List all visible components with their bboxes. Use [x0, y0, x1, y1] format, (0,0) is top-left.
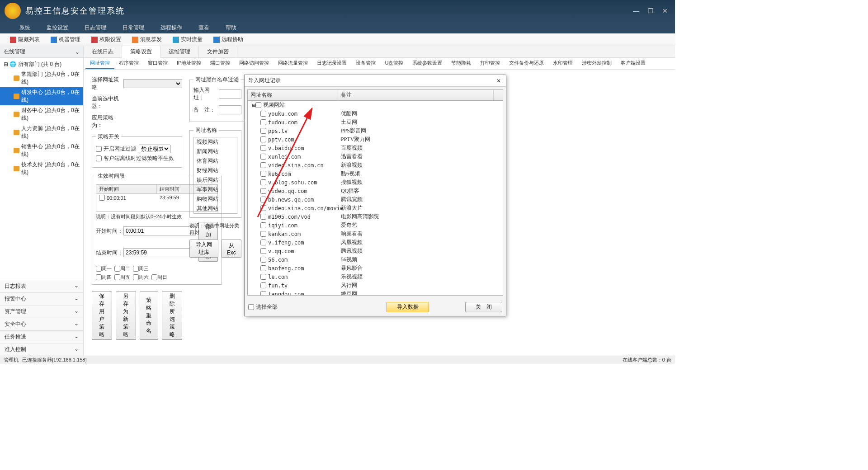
row-checkbox[interactable] — [260, 179, 266, 185]
category-item[interactable]: 新闻网站 — [194, 147, 237, 156]
category-item[interactable]: 体育网站 — [194, 156, 237, 166]
row-checkbox[interactable] — [260, 197, 266, 202]
delete-policy-button[interactable]: 删除所选策略 — [162, 291, 182, 340]
row-checkbox[interactable] — [260, 291, 266, 295]
subtab-程序管控[interactable]: 程序管控 — [114, 58, 143, 69]
row-checkbox[interactable] — [260, 282, 266, 288]
sidebar-nav-日志报表[interactable]: 日志报表⌄ — [0, 280, 83, 292]
grid-row[interactable]: fun.tv风行网 — [248, 281, 503, 290]
subtab-端口管控[interactable]: 端口管控 — [206, 58, 235, 69]
grid-row[interactable]: v.ifeng.com凤凰视频 — [248, 238, 503, 247]
menu-远程操作[interactable]: 远程操作 — [152, 24, 190, 32]
tab-策略设置[interactable]: 策略设置 — [122, 46, 160, 58]
grid-row[interactable]: iqiyi.com爱奇艺 — [248, 221, 503, 230]
rename-policy-button[interactable]: 策略重命名 — [140, 291, 158, 340]
tool-权限设置[interactable]: 权限设置 — [86, 36, 127, 43]
grid-row[interactable]: v.blog.sohu.com搜狐视频 — [248, 178, 503, 187]
menu-日志管理[interactable]: 日志管理 — [76, 24, 114, 32]
row-checkbox[interactable] — [255, 102, 261, 108]
from-excel-button[interactable]: 从Exc — [221, 240, 241, 258]
row-checkbox[interactable] — [260, 222, 266, 228]
category-item[interactable]: 财经网站 — [194, 166, 237, 175]
row-checkbox[interactable] — [260, 240, 266, 245]
grid-row[interactable]: bb.news.qq.com腾讯宽频 — [248, 195, 503, 204]
subtab-日志记录设置[interactable]: 日志记录设置 — [312, 58, 351, 69]
grid-row[interactable]: video.qq.comQQ播客 — [248, 187, 503, 195]
category-item[interactable]: 娱乐网站 — [194, 175, 237, 185]
grid-row[interactable]: pptv.comPPTV聚力网 — [248, 135, 503, 144]
subtab-网络流量管控[interactable]: 网络流量管控 — [274, 58, 312, 69]
minimize-button[interactable]: — — [631, 5, 642, 16]
grid-body[interactable]: ⊟ 视频网站youku.com优酷网tudou.com土豆网pps.tvPPS影… — [248, 101, 503, 295]
grid-row[interactable]: tangdou.com糖豆网 — [248, 290, 503, 295]
grid-row[interactable]: kankan.com响巢看看 — [248, 230, 503, 238]
subtab-涉密外发控制[interactable]: 涉密外发控制 — [577, 58, 616, 69]
grid-row[interactable]: 56.com56视频 — [248, 255, 503, 264]
row-checkbox[interactable] — [260, 162, 266, 168]
subtab-窗口管控[interactable]: 窗口管控 — [143, 58, 172, 69]
menu-帮助[interactable]: 帮助 — [217, 24, 245, 32]
grid-row[interactable]: baofeng.com暴风影音 — [248, 264, 503, 273]
grid-parent-row[interactable]: ⊟ 视频网站 — [248, 101, 503, 109]
row-checkbox[interactable] — [260, 119, 266, 125]
category-item[interactable]: 其他网站 — [194, 204, 237, 213]
grid-col-name[interactable]: 网址名称 — [248, 90, 338, 100]
save-policy-button[interactable]: 保存用户策略 — [92, 291, 112, 340]
grid-row[interactable]: tudou.com土豆网 — [248, 118, 503, 127]
sidebar-header[interactable]: 在线管理 ⌄ — [0, 46, 83, 58]
grid-row[interactable]: v.baidu.com百度视频 — [248, 144, 503, 152]
row-checkbox[interactable] — [260, 214, 266, 220]
subtab-打印管控[interactable]: 打印管控 — [476, 58, 505, 69]
subtab-U盘管控[interactable]: U盘管控 — [380, 58, 408, 69]
subtab-系统参数设置[interactable]: 系统参数设置 — [408, 58, 447, 69]
grid-row[interactable]: video.sina.com.cn新浪视频 — [248, 161, 503, 169]
remark-input[interactable] — [219, 105, 241, 114]
subtab-网络访问管控[interactable]: 网络访问管控 — [235, 58, 274, 69]
tool-隐藏列表[interactable]: 隐藏列表 — [5, 36, 45, 43]
grid-row[interactable]: pps.tvPPS影音网 — [248, 127, 503, 135]
menu-监控设置[interactable]: 监控设置 — [38, 24, 76, 32]
row-checkbox[interactable] — [260, 154, 266, 160]
weekday-周一[interactable]: 周一 — [96, 265, 112, 272]
tab-在线日志[interactable]: 在线日志 — [84, 46, 122, 57]
start-time-input[interactable] — [123, 226, 196, 235]
weekday-周四[interactable]: 周四 — [96, 274, 112, 281]
row-checkbox[interactable] — [260, 274, 266, 280]
grid-row[interactable]: v.qq.com腾讯视频 — [248, 247, 503, 255]
tool-实时流量[interactable]: 实时流量 — [167, 36, 208, 43]
import-data-button[interactable]: 导入数据 — [387, 302, 429, 312]
tool-远程协助[interactable]: 远程协助 — [208, 36, 249, 43]
select-policy-dropdown[interactable] — [123, 79, 182, 88]
subtab-水印管理[interactable]: 水印管理 — [548, 58, 577, 69]
close-button[interactable]: ✕ — [660, 5, 670, 16]
grid-row[interactable]: le.com乐视视频 — [248, 273, 503, 281]
tree-item[interactable]: 研发中心 (总共0台，0在线) — [0, 87, 83, 105]
category-list[interactable]: 视频网站新闻网站体育网站财经网站娱乐网站军事网站购物网站其他网站 — [193, 137, 237, 214]
import-url-button[interactable]: 导入网址库 — [189, 240, 218, 258]
subtab-客户端设置[interactable]: 客户端设置 — [616, 58, 650, 69]
row-checkbox[interactable] — [260, 231, 266, 237]
tree-item[interactable]: 财务中心 (总共0台，0在线) — [0, 105, 83, 123]
sidebar-nav-任务推送[interactable]: 任务推送⌄ — [0, 330, 83, 343]
select-all-checkbox[interactable] — [248, 304, 254, 310]
weekday-周三[interactable]: 周三 — [133, 265, 149, 272]
row-checkbox[interactable] — [260, 128, 266, 134]
row-checkbox[interactable] — [260, 171, 266, 177]
menu-系统[interactable]: 系统 — [11, 24, 38, 32]
dialog-close-button[interactable]: ✕ — [495, 78, 502, 84]
grid-row[interactable]: ku6.com酷6视频 — [248, 169, 503, 178]
maximize-button[interactable]: ❐ — [645, 5, 656, 16]
menu-查看[interactable]: 查看 — [190, 24, 217, 32]
end-time-input[interactable] — [123, 248, 196, 257]
filter-mode-select[interactable]: 禁止模式 — [139, 145, 170, 153]
menu-日常管理[interactable]: 日常管理 — [114, 24, 152, 32]
tree-item[interactable]: 人力资源 (总共0台，0在线) — [0, 123, 83, 141]
sidebar-nav-资产管理[interactable]: 资产管理⌄ — [0, 305, 83, 318]
category-item[interactable]: 军事网站 — [194, 185, 237, 194]
weekday-周日[interactable]: 周日 — [151, 274, 167, 281]
tool-消息群发[interactable]: 消息群发 — [127, 36, 167, 43]
dialog-close-btn[interactable]: 关 闭 — [465, 302, 502, 312]
sidebar-nav-安全中心[interactable]: 安全中心⌄ — [0, 318, 83, 330]
offline-checkbox[interactable] — [96, 155, 102, 161]
tree-root[interactable]: ⊟ 🌐 所有部门 (共 0 台) — [0, 60, 83, 69]
